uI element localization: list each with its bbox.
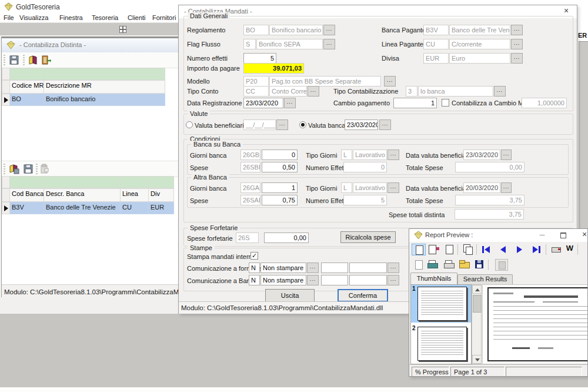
uscita-button[interactable]: Uscita (265, 289, 315, 302)
field-tipo-contabilizzazione-desc[interactable]: lo banca (418, 86, 493, 97)
ellipsis-button[interactable]: ... (284, 98, 296, 108)
field-spese-forfetarie-code[interactable]: 26S (236, 232, 259, 243)
ellipsis-button[interactable]: ... (276, 119, 288, 130)
radio-valuta-banca[interactable] (299, 121, 306, 128)
next-page-icon[interactable] (514, 244, 528, 255)
field-com-fornitore-extra1[interactable] (321, 263, 348, 273)
ellipsis-button[interactable]: ... (323, 25, 335, 35)
ellipsis-button[interactable]: ... (511, 25, 523, 35)
ellipsis-button[interactable]: ... (384, 76, 396, 87)
field-tipo-conto-desc[interactable]: Conto Corrente (269, 86, 307, 97)
field-data-valuta-beneficiario[interactable]: 23/03/2020 (463, 150, 500, 160)
field-banca-pagante-code[interactable]: B3V (423, 25, 449, 35)
field-giorni-banca-ab-value[interactable]: 1 (262, 182, 298, 193)
field-data-registrazione[interactable]: 23/03/2020 (243, 98, 283, 108)
single-page-view-icon[interactable] (412, 244, 426, 255)
field-com-banca-code[interactable]: N (249, 275, 260, 285)
first-page-icon[interactable] (481, 244, 495, 255)
ricalcola-spese-button[interactable]: Ricalcola spese (340, 231, 396, 243)
field-totale-spese-bsb[interactable]: 0,00 (455, 162, 524, 172)
radio-valuta-beneficiario[interactable] (186, 121, 193, 128)
cell-cod-banca[interactable]: B3V (10, 202, 44, 214)
field-spese-totali-distinta[interactable]: 3,75 (455, 209, 524, 220)
continuous-view-icon[interactable] (442, 244, 456, 255)
report-page[interactable] (487, 287, 588, 361)
field-regolamento-code[interactable]: BO (243, 25, 269, 35)
thumbnails-scrollbar[interactable] (472, 284, 482, 364)
field-spese-forfetarie-value[interactable]: 0,00 (264, 232, 309, 243)
close-icon[interactable] (562, 6, 571, 16)
field-banca-pagante-desc[interactable]: Banco delle Tre Venezie (449, 25, 510, 35)
ellipsis-button[interactable]: ... (511, 39, 523, 49)
field-importo-da-pagare[interactable]: 39.071,03 (243, 63, 304, 74)
field-spese-value[interactable]: 0,50 (262, 162, 298, 172)
scrollbar-thumb[interactable] (473, 295, 482, 313)
maximize-icon[interactable] (559, 230, 568, 240)
field-cambio-pagamento[interactable]: 1 (393, 98, 437, 108)
field-regolamento-desc[interactable]: Bonifico bancario (269, 25, 323, 35)
field-linea-pagante-code[interactable]: CU (423, 39, 449, 49)
field-flag-flusso-code[interactable]: S (243, 39, 256, 49)
ellipsis-button[interactable]: ... (379, 119, 391, 130)
field-spese-code[interactable]: 26SBB (240, 162, 260, 172)
book-icon[interactable] (28, 55, 38, 65)
ellipsis-button[interactable]: ... (307, 263, 319, 273)
field-numero-effetti-ab[interactable]: 5 (343, 195, 387, 205)
ellipsis-button[interactable]: ... (323, 39, 335, 49)
field-valuta-banca[interactable]: 23/03/2020 (345, 119, 378, 130)
thumbnail-1-page[interactable] (417, 287, 467, 321)
ellipsis-button[interactable]: ... (387, 182, 399, 193)
menu-clienti[interactable]: Clienti (128, 14, 146, 22)
field-com-fornitore-code[interactable]: N (249, 263, 260, 273)
menu-finestra[interactable]: Finestra (59, 14, 83, 22)
ellipsis-button[interactable]: ... (511, 53, 523, 64)
field-tipo-giorni-ab-code[interactable]: L (341, 182, 352, 193)
field-com-banca-desc[interactable]: Non stampare (260, 275, 306, 285)
field-com-fornitore-extra2[interactable] (349, 263, 387, 273)
exit-door-icon[interactable] (41, 55, 51, 65)
col-descrizione-mr[interactable]: Descrizione MR (44, 80, 165, 94)
field-giorni-banca-code[interactable]: 26GBB (240, 150, 260, 160)
field-tipo-giorni-ab-desc[interactable]: Lavorativo (353, 182, 387, 193)
field-spese-ab-code[interactable]: 26SAB (240, 195, 260, 205)
scroll-down-button[interactable] (472, 355, 482, 364)
facing-pages-view-icon[interactable] (427, 244, 441, 255)
cascade-pages-icon[interactable] (461, 244, 475, 255)
menu-fornitori[interactable]: Fornitori (152, 14, 176, 22)
open-folder-icon[interactable] (459, 259, 473, 271)
watermark-icon[interactable]: W (564, 244, 575, 255)
print-color-icon[interactable] (427, 259, 441, 271)
field-giorni-banca-ab-code[interactable]: 26GAB (240, 182, 260, 193)
thumbnail-1[interactable]: 1 (411, 285, 471, 323)
mr-table-row[interactable]: BO Bonifico bancario (2, 94, 175, 106)
col-codice-mr[interactable]: Codice MR (10, 80, 44, 94)
menu-file[interactable]: File (4, 14, 14, 22)
menu-visualizza[interactable]: Visualizza (19, 14, 48, 22)
cell-descrizione-mr[interactable]: Bonifico bancario (44, 94, 165, 106)
field-valuta-beneficiario[interactable]: __/__/____ (243, 119, 276, 130)
field-totale-spese-ab[interactable]: 3,75 (455, 195, 524, 205)
new-document-icon[interactable] (412, 259, 426, 271)
conferma-button[interactable]: Conferma (338, 289, 388, 302)
field-giorni-banca-value[interactable]: 0 (262, 150, 298, 160)
ellipsis-button[interactable]: ... (501, 182, 512, 193)
save-icon[interactable] (23, 164, 34, 174)
book-save-icon[interactable] (9, 164, 19, 174)
field-tipo-giorni-code[interactable]: L (341, 150, 352, 160)
col-linea[interactable]: Linea (121, 188, 149, 202)
thumbnail-2-page[interactable] (417, 327, 467, 361)
ellipsis-button[interactable]: ... (501, 150, 512, 160)
banca-table-row[interactable]: B3V Banco delle Tre Venezie CU EUR (2, 202, 175, 214)
field-numero-effetti[interactable]: 5 (243, 53, 276, 64)
minimize-icon[interactable] (537, 230, 547, 240)
save-report-icon[interactable] (474, 259, 488, 271)
tab-thumbnails[interactable]: ThumbNails (410, 273, 457, 284)
field-flag-flusso-desc[interactable]: Bonifico SEPA (256, 39, 323, 49)
tile-windows-icon[interactable] (119, 26, 126, 32)
col-div[interactable]: Div (149, 188, 174, 202)
scroll-up-button[interactable] (472, 285, 482, 294)
ellipsis-button[interactable]: ... (307, 275, 319, 285)
close-icon[interactable] (580, 230, 588, 240)
field-tipo-contabilizzazione-code[interactable]: 3 (406, 86, 417, 97)
menu-tesoreria[interactable]: Tesoreria (92, 14, 118, 22)
